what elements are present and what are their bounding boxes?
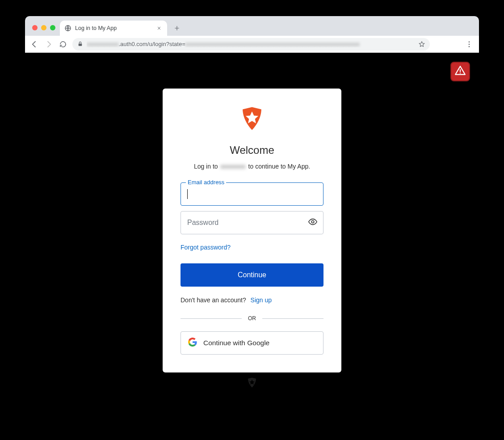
email-label: Email address [186,179,226,186]
address-bar[interactable]: xxxxxxxxxxx.auth0.com/u/login?state=xxxx… [72,38,430,51]
svg-point-2 [469,41,470,42]
svg-point-4 [469,46,470,47]
window-zoom-button[interactable] [50,25,55,30]
page-viewport: Welcome Log in to xxxxxxxx to continue t… [25,53,479,408]
email-field-wrapper: Email address [181,182,323,206]
nav-reload-button[interactable] [58,39,68,49]
svg-point-6 [311,220,314,223]
browser-window: Log in to My App xxxxxxxxxxx.auth0.com/u… [25,16,479,408]
browser-menu-button[interactable] [464,39,475,50]
text-cursor [187,189,188,199]
alert-badge[interactable] [450,62,470,81]
continue-button[interactable]: Continue [181,263,323,287]
signup-prompt: Don't have an account? [181,296,246,304]
window-controls [29,25,60,36]
tab-strip: Log in to My App [25,16,479,36]
login-subtitle: Log in to xxxxxxxx to continue to My App… [181,163,323,170]
signup-link[interactable]: Sign up [251,296,272,304]
nav-forward-button[interactable] [44,39,54,49]
lock-icon [77,41,83,47]
auth0-shield-icon [240,106,264,133]
welcome-heading: Welcome [181,144,323,157]
google-logo-icon [188,338,197,348]
globe-icon [64,25,71,32]
bookmark-star-icon[interactable] [418,41,425,48]
show-password-button[interactable] [307,216,319,229]
eye-icon [308,217,318,228]
password-input[interactable] [181,211,323,234]
svg-point-5 [460,72,461,73]
tenant-name-obscured: xxxxxxxx [220,163,247,170]
window-close-button[interactable] [32,25,38,30]
password-field-wrapper [181,211,323,234]
svg-rect-1 [78,43,82,46]
tab-close-button[interactable] [155,25,163,32]
divider-line [262,318,323,319]
divider: OR [181,315,323,322]
window-minimize-button[interactable] [41,25,46,30]
google-signin-label: Continue with Google [203,339,269,347]
warning-triangle-icon [454,65,466,78]
browser-toolbar: xxxxxxxxxxx.auth0.com/u/login?state=xxxx… [25,36,479,53]
svg-point-3 [469,43,470,45]
forgot-password-link[interactable]: Forgot password? [181,244,231,251]
nav-back-button[interactable] [29,39,39,49]
google-signin-button[interactable]: Continue with Google [181,331,323,355]
divider-line [181,318,242,319]
signup-row: Don't have an account? Sign up [181,296,323,304]
tab-title: Log in to My App [75,25,152,31]
new-tab-button[interactable] [171,22,183,34]
login-card: Welcome Log in to xxxxxxxx to continue t… [163,89,341,372]
email-input[interactable] [181,182,323,206]
brand-logo [181,106,323,133]
url-text: xxxxxxxxxxx.auth0.com/u/login?state=xxxx… [87,41,415,47]
auth0-footer-icon [247,377,257,388]
divider-label: OR [248,315,256,322]
browser-tab[interactable]: Log in to My App [60,21,167,36]
